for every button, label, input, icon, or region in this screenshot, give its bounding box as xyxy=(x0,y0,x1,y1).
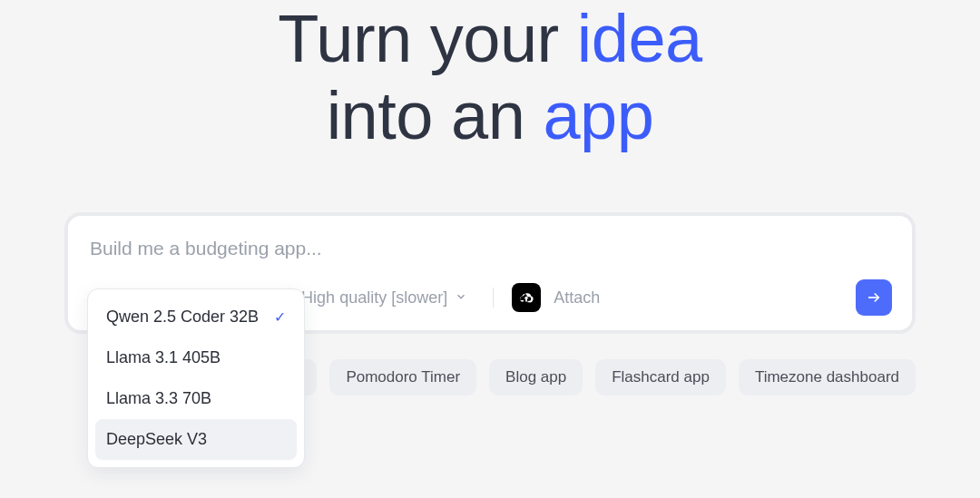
quality-label: High quality [slower] xyxy=(301,288,447,308)
model-option-label: DeepSeek V3 xyxy=(106,430,207,449)
model-option-label: Llama 3.1 405B xyxy=(106,348,220,367)
hero-line2-accent: app xyxy=(543,78,653,153)
hero-line1-accent: idea xyxy=(577,1,702,76)
model-option[interactable]: DeepSeek V3 xyxy=(95,419,297,460)
divider xyxy=(493,288,494,308)
model-option[interactable]: Llama 3.3 70B xyxy=(95,378,297,419)
hero-title: Turn your idea into an app xyxy=(0,0,980,154)
suggestion-chip[interactable]: Timezone dashboard xyxy=(739,359,916,395)
suggestion-chip[interactable]: Blog app xyxy=(489,359,583,395)
check-icon: ✓ xyxy=(274,308,286,326)
arrow-right-icon xyxy=(866,289,882,306)
quality-selector[interactable]: High quality [slower] xyxy=(301,288,480,308)
chevron-down-icon xyxy=(455,290,467,306)
model-option-label: Qwen 2.5 Coder 32B xyxy=(106,308,259,327)
model-option-label: Llama 3.3 70B xyxy=(106,389,211,408)
prompt-input[interactable] xyxy=(88,236,892,279)
model-option[interactable]: Llama 3.1 405B xyxy=(95,337,297,378)
model-option[interactable]: Qwen 2.5 Coder 32B✓ xyxy=(95,297,297,337)
attach-button[interactable]: Attach xyxy=(512,283,600,312)
hero-line1-text: Turn your xyxy=(278,1,576,76)
suggestion-chip[interactable]: Flashcard app xyxy=(595,359,726,395)
suggestion-chip[interactable]: Pomodoro Timer xyxy=(329,359,476,395)
cloud-upload-icon xyxy=(512,283,541,312)
submit-button[interactable] xyxy=(856,279,892,316)
hero-heading: Turn your idea into an app xyxy=(0,0,980,154)
model-dropdown: Qwen 2.5 Coder 32B✓Llama 3.1 405BLlama 3… xyxy=(87,288,305,468)
hero-line2-text: into an xyxy=(327,78,544,153)
attach-label: Attach xyxy=(554,288,600,308)
